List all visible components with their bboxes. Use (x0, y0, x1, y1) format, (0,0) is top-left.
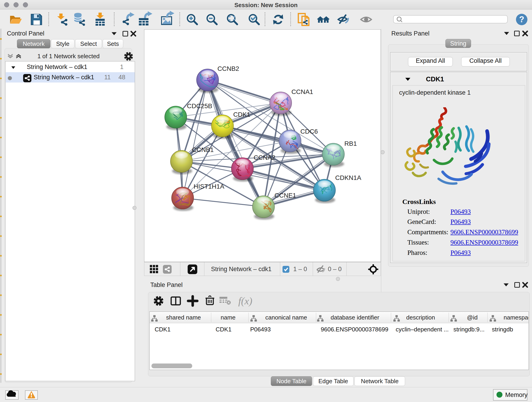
svg-text:RB1: RB1 (344, 140, 357, 147)
svg-text:CCNB1: CCNB1 (192, 146, 214, 153)
svg-text:HIST1H1A: HIST1H1A (194, 183, 224, 190)
svg-text:CDC25B: CDC25B (187, 102, 212, 109)
svg-text:CCNE1: CCNE1 (274, 192, 296, 199)
svg-text:?: ? (519, 15, 524, 24)
svg-text:CDC6: CDC6 (300, 128, 318, 135)
svg-text:CCNA1: CCNA1 (291, 88, 313, 95)
svg-text:CDK1: CDK1 (233, 111, 250, 118)
svg-text:CCNA2: CCNA2 (254, 154, 275, 161)
svg-text:CCNB2: CCNB2 (217, 65, 239, 72)
svg-text:CDKN1A: CDKN1A (335, 174, 361, 181)
